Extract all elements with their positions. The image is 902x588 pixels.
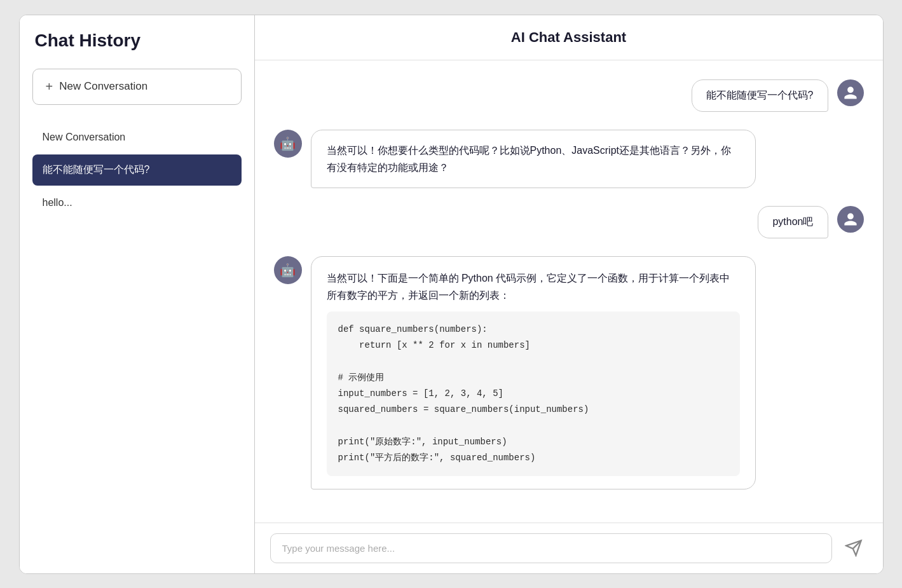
user-avatar-1 <box>837 79 864 106</box>
user-avatar-2 <box>837 206 864 233</box>
chat-main: AI Chat Assistant 能不能随便写一个代码? 🤖 当然可以！你想要… <box>255 15 883 573</box>
message-row-user-1: 能不能随便写一个代码? <box>274 79 864 112</box>
send-icon <box>845 539 863 557</box>
code-block: def square_numbers(numbers): return [x *… <box>327 311 740 476</box>
sidebar-item-label: New Conversation <box>43 132 126 142</box>
sidebar-item-new-conv[interactable]: New Conversation <box>32 123 242 152</box>
bot-bubble-1: 当然可以！你想要什么类型的代码呢？比如说Python、JavaScript还是其… <box>311 130 756 188</box>
plus-icon: + <box>46 79 53 94</box>
sidebar-item-hello-conv[interactable]: hello... <box>32 188 242 217</box>
message-row-bot-2: 🤖 当然可以！下面是一个简单的 Python 代码示例，它定义了一个函数，用于计… <box>274 256 864 489</box>
user-icon <box>843 85 858 100</box>
chat-header: AI Chat Assistant <box>255 15 883 60</box>
message-input[interactable] <box>270 533 832 563</box>
app-container: Chat History + New Conversation New Conv… <box>19 15 884 574</box>
message-row-user-2: python吧 <box>274 206 864 238</box>
user-bubble-2: python吧 <box>758 206 828 238</box>
chat-input-area <box>255 523 883 573</box>
sidebar-item-label: 能不能随便写一个代码? <box>43 164 150 175</box>
sidebar-item-label: hello... <box>43 197 72 208</box>
new-conversation-btn-label: New Conversation <box>59 80 147 93</box>
bot-bubble-2: 当然可以！下面是一个简单的 Python 代码示例，它定义了一个函数，用于计算一… <box>311 256 756 489</box>
chat-messages: 能不能随便写一个代码? 🤖 当然可以！你想要什么类型的代码呢？比如说Python… <box>255 60 883 523</box>
sidebar-title: Chat History <box>32 31 242 51</box>
message-row-bot-1: 🤖 当然可以！你想要什么类型的代码呢？比如说Python、JavaScript还… <box>274 130 864 188</box>
send-button[interactable] <box>840 534 868 562</box>
bot-avatar-2: 🤖 <box>274 256 302 284</box>
new-conversation-button[interactable]: + New Conversation <box>32 69 242 105</box>
bot-avatar-1: 🤖 <box>274 130 302 158</box>
user-bubble-1: 能不能随便写一个代码? <box>692 79 828 112</box>
user-icon <box>843 212 858 227</box>
sidebar-item-active-conv[interactable]: 能不能随便写一个代码? <box>32 154 242 186</box>
bot-message-text: 当然可以！下面是一个简单的 Python 代码示例，它定义了一个函数，用于计算一… <box>327 270 740 304</box>
sidebar: Chat History + New Conversation New Conv… <box>20 15 255 573</box>
